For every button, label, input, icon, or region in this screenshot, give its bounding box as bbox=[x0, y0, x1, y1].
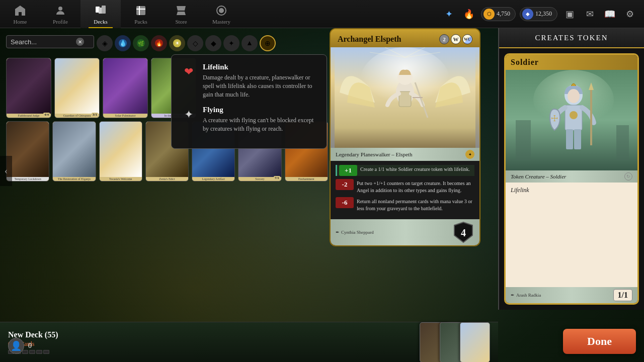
artist-name: Cynthia Sheppard bbox=[341, 230, 374, 235]
svg-rect-3 bbox=[102, 6, 106, 14]
done-button[interactable]: Done bbox=[563, 329, 636, 354]
token-panel: Creates Token Soldier bbox=[498, 28, 644, 310]
loyalty-ability-plus1: +1 Create a 1/1 white Soldier creature t… bbox=[336, 165, 474, 176]
svg-text:🔥: 🔥 bbox=[156, 40, 163, 47]
colorless-filter[interactable]: ◆ bbox=[205, 35, 221, 51]
filter-row: ◈ 💧 🌿 🔥 ☀ ◇ ◆ ✦ ▲ ⊕ bbox=[97, 35, 276, 51]
token-type-bar: Token Creature – Soldier ↻ bbox=[506, 170, 637, 183]
nav-home[interactable]: Home bbox=[0, 0, 40, 28]
nav-store[interactable]: Store bbox=[161, 0, 201, 28]
nav-profile[interactable]: Profile bbox=[40, 0, 80, 28]
sort-filter[interactable]: ⊕ bbox=[260, 35, 276, 51]
token-card-bottom: ✒ Arash Radkia 1/1 bbox=[506, 287, 637, 303]
home-icon bbox=[13, 4, 27, 18]
svg-text:4: 4 bbox=[461, 227, 466, 238]
search-input[interactable] bbox=[11, 38, 76, 46]
card-name: Archangel Elspeth bbox=[338, 35, 401, 44]
card-art bbox=[331, 47, 479, 148]
mastery-icon bbox=[214, 4, 228, 18]
flying-description: A creature with flying can't be blocked … bbox=[203, 116, 318, 133]
green-filter[interactable]: 🌿 bbox=[133, 35, 149, 51]
loyalty-ability-minus6: -6 Return all nonland permanent cards wi… bbox=[336, 197, 474, 212]
gems-amount: 12,350 bbox=[535, 10, 552, 18]
nav-decks[interactable]: Decks bbox=[80, 0, 121, 28]
multi-filter[interactable]: ✦ bbox=[223, 35, 239, 51]
nav-packs-label: Packs bbox=[134, 19, 147, 25]
token-artist: ✒ Arash Radkia bbox=[511, 293, 541, 298]
loyalty-ability-minus2: -2 Put two +1/+1 counters on target crea… bbox=[336, 179, 474, 194]
user-area: 👤 0 bbox=[8, 338, 32, 354]
nav-store-label: Store bbox=[175, 19, 187, 25]
card-thumb-6[interactable]: The Restoration of Eiganjo bbox=[52, 121, 96, 182]
card-thumb-2[interactable]: Guardian of Ghirapura 3/1 bbox=[54, 58, 100, 118]
mana-cost: 2 W WU bbox=[439, 34, 472, 44]
flying-title: Flying bbox=[203, 106, 318, 114]
lifelink-description: Damage dealt by a creature, planeswalker… bbox=[203, 73, 318, 99]
black-filter[interactable]: ◇ bbox=[187, 35, 203, 51]
svg-point-34 bbox=[570, 111, 578, 119]
token-title: Creates Token bbox=[535, 34, 608, 42]
loyalty-text-plus1: Create a 1/1 white Soldier creature toke… bbox=[360, 165, 470, 173]
loyalty-badge-minus2: -2 bbox=[336, 179, 354, 190]
user-avatar: 👤 bbox=[8, 338, 24, 354]
card-thumb-7[interactable]: Tocasia's Welcome bbox=[99, 121, 142, 182]
collection-icon[interactable]: ▣ bbox=[561, 6, 578, 22]
all-filter[interactable]: ◈ bbox=[97, 35, 113, 51]
mail-icon[interactable]: ✉ bbox=[582, 6, 598, 22]
settings-icon[interactable]: ⚙ bbox=[622, 6, 638, 22]
power-toughness: 1/1 bbox=[613, 289, 632, 301]
mana-2: 2 bbox=[439, 34, 449, 44]
search-clear-button[interactable]: ✕ bbox=[76, 38, 84, 46]
lifelink-title: Lifelink bbox=[203, 63, 318, 71]
nav-mastery-label: Mastery bbox=[212, 19, 230, 25]
deck-bar: New Deck (55) 0/60 Cards bbox=[0, 322, 498, 362]
decks-icon bbox=[94, 4, 108, 18]
red-filter[interactable]: 🔥 bbox=[151, 35, 167, 51]
svg-rect-4 bbox=[136, 6, 145, 15]
artist-credit: ✒ Cynthia Sheppard bbox=[336, 230, 374, 235]
loyalty-text-minus6: Return all nonland permanent cards with … bbox=[357, 197, 474, 212]
svg-text:☀: ☀ bbox=[175, 40, 180, 47]
profile-icon bbox=[53, 4, 67, 18]
svg-text:☩: ☩ bbox=[551, 114, 558, 123]
gold-amount: 4,750 bbox=[497, 10, 510, 18]
svg-rect-36 bbox=[574, 129, 581, 149]
loyalty-text-minus2: Put two +1/+1 counters on target creatur… bbox=[357, 179, 474, 194]
token-artist-name: Arash Radkia bbox=[516, 293, 541, 298]
store-icon bbox=[174, 4, 188, 18]
land-filter[interactable]: ▲ bbox=[242, 35, 258, 51]
token-text-area: Lifelink bbox=[506, 183, 637, 287]
card-thumb-1[interactable]: Faithbound Judge 4/4 bbox=[6, 58, 51, 118]
planeswalker-icon[interactable]: ✦ bbox=[441, 6, 457, 22]
card-thumb-3[interactable]: Solar Fulminator bbox=[103, 58, 148, 118]
gems-icon: ◆ bbox=[522, 9, 533, 20]
lifelink-tooltip: ❤ Lifelink Damage dealt by a creature, p… bbox=[180, 63, 318, 99]
card-thumb-5[interactable]: Temporary Lockdown bbox=[6, 121, 49, 182]
mana-w1: W bbox=[451, 34, 461, 44]
token-card-inner: Soldier bbox=[504, 53, 639, 305]
flying-tooltip: ✦ Flying A creature with flying can't be… bbox=[180, 106, 318, 133]
token-card-name: Soldier bbox=[511, 58, 539, 67]
packs-icon bbox=[134, 4, 148, 18]
ability-tooltip: ❤ Lifelink Damage dealt by a creature, p… bbox=[171, 54, 327, 149]
svg-point-32 bbox=[568, 89, 580, 103]
blue-filter[interactable]: 💧 bbox=[115, 35, 131, 51]
deck-count: 0/60 Cards bbox=[8, 340, 414, 348]
nav-packs[interactable]: Packs bbox=[121, 0, 161, 28]
flying-icon: ✦ bbox=[180, 106, 198, 124]
deck-name: New Deck (55) bbox=[8, 330, 414, 339]
svg-text:🌿: 🌿 bbox=[138, 40, 144, 47]
white-filter[interactable]: ☀ bbox=[169, 35, 185, 51]
token-card-container: Soldier bbox=[499, 48, 644, 310]
card-bottom: ✒ Cynthia Sheppard 4 bbox=[331, 219, 479, 245]
svg-text:💧: 💧 bbox=[119, 39, 127, 47]
flame-icon[interactable]: 🔥 bbox=[461, 6, 477, 22]
token-card-header: Soldier bbox=[506, 55, 637, 70]
book-icon[interactable]: 📖 bbox=[602, 6, 618, 22]
nav-mastery[interactable]: Mastery bbox=[201, 0, 242, 28]
card-type-line: Legendary Planeswalker – Elspeth ✦ bbox=[331, 148, 479, 161]
loyalty-counter: 4 bbox=[452, 221, 474, 243]
token-ability: Lifelink bbox=[511, 187, 632, 194]
nav-arrow-left[interactable]: ‹ bbox=[0, 156, 12, 186]
svg-point-6 bbox=[219, 8, 224, 13]
